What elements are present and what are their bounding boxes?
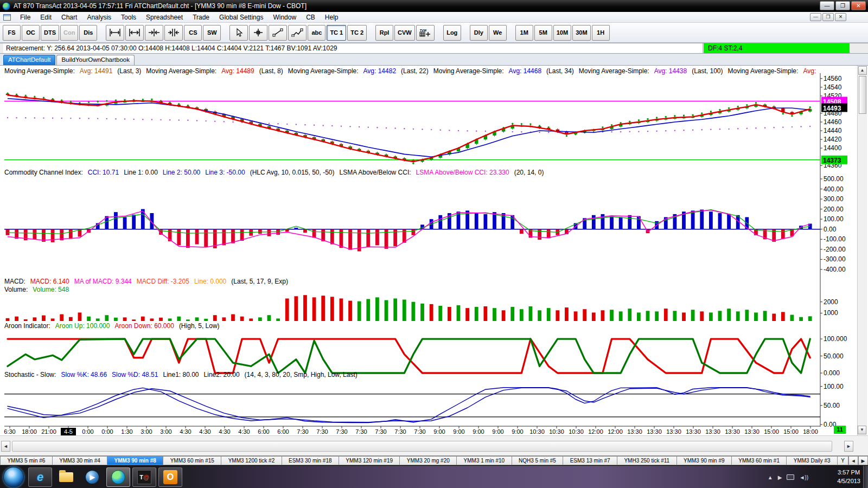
chartbook-tab-buildyourownchartbook[interactable]: BuildYourOwnChartbook (56, 55, 135, 65)
svg-text:100.00: 100.00 (824, 215, 844, 223)
toolbar-crosshair-icon[interactable] (249, 25, 267, 41)
taskbar-item-outlook[interactable]: O (158, 467, 182, 487)
toolbar-button-10m[interactable]: 10M (553, 25, 571, 41)
taskbar-item-internet-explorer[interactable]: e (28, 467, 52, 487)
toolbar-trendline-icon[interactable] (269, 25, 287, 41)
chart-tab-7[interactable]: YMM3 120 min #19 (339, 456, 400, 465)
indicator-line-cci: Commodity Channel Index:CCI: 10.71Line 1… (4, 169, 818, 176)
time-axis-label: 9:00 (492, 428, 503, 435)
maximize-button[interactable]: ❐ (835, 1, 850, 10)
toolbar-polyline-icon[interactable] (288, 25, 307, 41)
toolbar-tvw-grid-icon[interactable]: TVW (416, 25, 435, 41)
toolbar-button-oc[interactable]: OC (22, 25, 40, 41)
title-bar[interactable]: AT 870 TransAct 2013-04-05 17:57:11 Fri … (0, 0, 868, 12)
toolbar-button-dts[interactable]: DTS (41, 25, 59, 41)
chartbook-tab-atchartdefault[interactable]: ATChartDefault (3, 55, 55, 65)
toolbar-button-sw[interactable]: SW (203, 25, 221, 41)
menu-item-chart[interactable]: Chart (56, 12, 82, 22)
toolbar-button-fs[interactable]: FS (3, 25, 21, 41)
menu-item-global-settings[interactable]: Global Settings (214, 12, 268, 22)
tray-monitor-icon[interactable] (787, 474, 794, 480)
chart-tab-5[interactable]: YMM3 1200 tick #2 (221, 456, 282, 465)
menu-item-analysis[interactable]: Analysis (82, 12, 116, 22)
outlook-icon: O (163, 470, 177, 484)
vertical-scrollbar-thumb[interactable] (859, 76, 866, 114)
chart-tabs-scroll-left[interactable]: ◄ (848, 456, 858, 465)
chart-tab-8[interactable]: YMM3 20 mg #20 (400, 456, 457, 465)
toolbar-compress-bars-double-icon[interactable] (164, 25, 183, 41)
chart-region[interactable]: 1456014540145201448014460144401442014400… (0, 66, 868, 435)
toolbar-compress-bars-icon[interactable] (145, 25, 163, 41)
mdi-minimize-button[interactable]: — (810, 13, 821, 21)
scroll-left-icon[interactable]: ◄ (1, 441, 10, 452)
time-axis-label: 7:30 (355, 428, 367, 435)
toolbar-button-cvw[interactable]: CVW (394, 25, 415, 41)
minimize-button[interactable]: — (820, 1, 834, 10)
menu-item-spreadsheet[interactable]: Spreadsheet (141, 12, 188, 22)
show-desktop-button[interactable] (863, 466, 868, 488)
taskbar-item-explorer[interactable] (54, 467, 78, 487)
menu-item-cb[interactable]: CB (301, 12, 320, 22)
menu-item-file[interactable]: File (15, 12, 35, 22)
toolbar-button-dis[interactable]: Dis (79, 25, 97, 41)
menu-item-tools[interactable]: Tools (116, 12, 141, 22)
indicator-segment: MA of MACD: 9.344 (74, 278, 132, 285)
scroll-down-icon[interactable]: ▼ (858, 426, 866, 434)
chart-tab-15[interactable]: YMM3 Daily #3 (787, 456, 838, 465)
chart-tab-9[interactable]: YMM3 1 min #10 (457, 456, 512, 465)
tray-play-icon[interactable]: ▶ (778, 474, 782, 480)
toolbar-expand-bars-icon[interactable] (106, 25, 124, 41)
taskbar-item-transact[interactable]: T@ (132, 467, 156, 487)
chart-tab-3[interactable]: YMM3 90 min #8 (107, 456, 163, 465)
close-button[interactable]: ✕ (851, 1, 866, 10)
chart-canvas[interactable]: 1456014540145201448014460144401442014400… (0, 66, 857, 435)
chart-tab-4[interactable]: YMM3 60 min #15 (163, 456, 221, 465)
mdi-close-button[interactable]: ✕ (835, 13, 846, 21)
chart-tab-2[interactable]: YMM3 30 min #4 (53, 456, 107, 465)
toolbar-button-con[interactable]: Con (60, 25, 78, 41)
chart-tabs-scroll-right[interactable]: ▶ (858, 456, 868, 465)
chart-tab-16[interactable]: Y (838, 456, 848, 465)
toolbar-button-rpl[interactable]: Rpl (375, 25, 393, 41)
horizontal-scrollbar[interactable]: ◄ ► (0, 435, 868, 455)
chart-tab-6[interactable]: ESM3 30 min #18 (282, 456, 339, 465)
chart-tab-10[interactable]: NQH3 5 min #5 (512, 456, 564, 465)
tray-volume-icon[interactable]: ◄)) (799, 474, 808, 480)
toolbar-button-30m[interactable]: 30M (572, 25, 590, 41)
chart-tab-14[interactable]: YMM3 60 min #1 (732, 456, 787, 465)
toolbar-button-we[interactable]: We (489, 25, 507, 41)
chart-tab-11[interactable]: ESM3 13 min #7 (563, 456, 617, 465)
taskbar-clock[interactable]: 3:57 PM 4/5/2013 (837, 468, 860, 485)
toolbar-pointer-icon[interactable] (229, 25, 248, 41)
toolbar-button-tc-2[interactable]: TC 2 (347, 25, 367, 41)
menu-item-help[interactable]: Help (320, 12, 343, 22)
taskbar-item-media-player[interactable]: ▶ (80, 467, 104, 487)
vertical-scrollbar[interactable]: ▲ ▼ (857, 66, 867, 435)
chart-tab-12[interactable]: YMH3 250 tick #11 (617, 456, 677, 465)
menu-item-trade[interactable]: Trade (188, 12, 214, 22)
toolbar-button-log[interactable]: Log (443, 25, 461, 41)
toolbar-button-abc[interactable]: abc (308, 25, 326, 41)
toolbar-button-5m[interactable]: 5M (534, 25, 552, 41)
mdi-child-icon[interactable] (3, 14, 11, 21)
menu-item-edit[interactable]: Edit (35, 12, 56, 22)
horizontal-scrollbar-thumb[interactable] (12, 441, 832, 452)
toolbar-button-1m[interactable]: 1M (515, 25, 533, 41)
time-axis-label: 10:30 (549, 428, 564, 435)
menu-item-window[interactable]: Window (268, 12, 301, 22)
mdi-restore-button[interactable]: ❐ (822, 13, 834, 21)
chart-tab-1[interactable]: YMM3 5 min #6 (0, 456, 53, 465)
chart-tab-13[interactable]: YMM3 90 min #9 (677, 456, 732, 465)
toolbar-button-cs[interactable]: CS (184, 25, 202, 41)
indicator-segment: Moving Average-Simple: (288, 67, 359, 75)
scroll-up-icon[interactable]: ▲ (858, 66, 867, 75)
start-button[interactable] (3, 467, 24, 487)
taskbar-item-transact-chart[interactable] (106, 467, 130, 487)
toolbar-button-1h[interactable]: 1H (592, 25, 610, 41)
toolbar-expand-bars-double-icon[interactable] (125, 25, 144, 41)
time-axis-label: 9:00 (473, 428, 484, 435)
toolbar-button-dly[interactable]: Dly (470, 25, 488, 41)
scroll-right-icon[interactable]: ► (844, 441, 853, 452)
toolbar-button-tc-1[interactable]: TC 1 (327, 25, 346, 41)
tray-expand-icon[interactable]: ▲ (768, 474, 773, 480)
